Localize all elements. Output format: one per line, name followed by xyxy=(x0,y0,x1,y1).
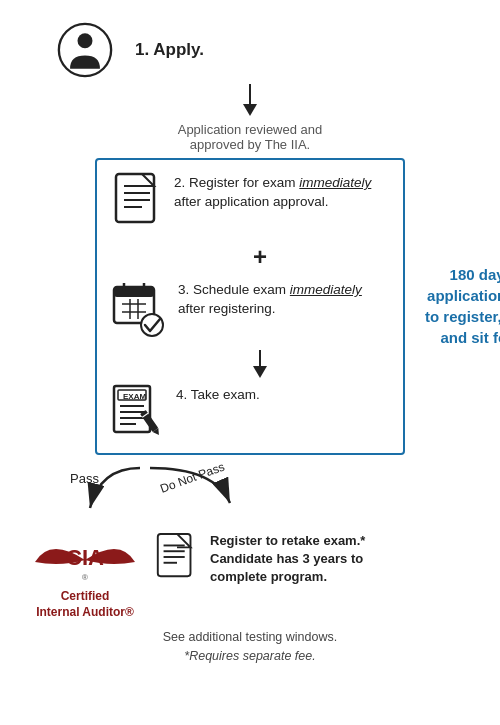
step4-text: 4. Take exam. xyxy=(176,384,260,405)
calendar-checkmark-icon xyxy=(112,279,166,340)
blue-box: 2. Register for exam immediately after a… xyxy=(95,158,405,455)
step3-row: 3. Schedule exam immediately after regis… xyxy=(112,279,388,340)
retake-text: Register to retake exam.* Candidate has … xyxy=(210,532,365,587)
document-icon xyxy=(112,172,162,233)
svg-rect-8 xyxy=(114,287,154,297)
exam-icon: EXAM xyxy=(112,384,164,441)
approved-text: Application reviewed andapproved by The … xyxy=(178,122,323,152)
svg-text:CIA: CIA xyxy=(66,545,104,570)
side-note: 180 days from application approval to re… xyxy=(420,264,500,348)
retake-doc-icon xyxy=(155,532,200,582)
step2-text: 2. Register for exam immediately after a… xyxy=(174,172,388,212)
plus-sign: + xyxy=(132,243,388,271)
footer-section: See additional testing windows. *Require… xyxy=(15,628,485,666)
svg-point-1 xyxy=(78,33,93,48)
cia-logo-area: CIA ® CertifiedInternal Auditor® xyxy=(25,532,145,620)
footer-line1: See additional testing windows. xyxy=(15,628,485,647)
pass-fail-section: Pass Do Not Pass CIA ® CertifiedIn xyxy=(15,463,485,620)
approved-arrow xyxy=(243,84,257,116)
svg-text:EXAM: EXAM xyxy=(123,392,146,401)
step3-text: 3. Schedule exam immediately after regis… xyxy=(178,279,388,319)
svg-text:®: ® xyxy=(82,573,88,582)
step1-row: 1. Apply. xyxy=(15,20,485,80)
pass-fail-bottom: CIA ® CertifiedInternal Auditor® xyxy=(15,532,485,620)
svg-text:Pass: Pass xyxy=(70,471,99,486)
svg-rect-31 xyxy=(158,534,191,576)
step2-row: 2. Register for exam immediately after a… xyxy=(112,172,388,233)
person-icon xyxy=(55,20,115,80)
step1-label: 1. Apply. xyxy=(135,40,204,60)
step3-arrow xyxy=(132,350,388,378)
arrows-svg: Pass Do Not Pass xyxy=(40,463,360,528)
retake-row: Register to retake exam.* Candidate has … xyxy=(155,532,365,587)
cia-certified-text: CertifiedInternal Auditor® xyxy=(36,589,134,620)
cia-logo-svg: CIA ® xyxy=(30,532,140,587)
retake-area: Register to retake exam.* Candidate has … xyxy=(155,532,365,587)
footer-line2: *Requires separate fee. xyxy=(15,647,485,666)
step4-row: EXAM 4. Take exam. xyxy=(112,384,388,441)
